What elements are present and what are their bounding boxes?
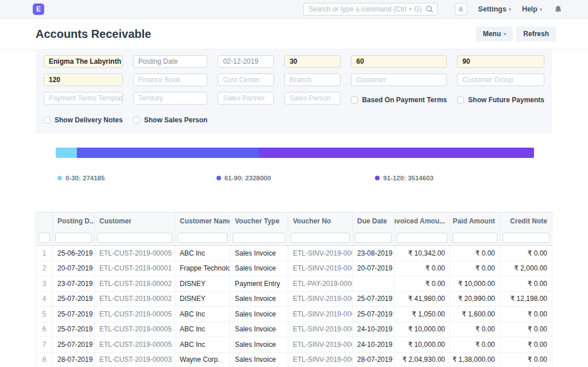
- table-row[interactable]: 828-07-2019ETL-CUST-2019-00003Wayne Corp…: [36, 353, 552, 367]
- table-row[interactable]: 425-07-2019ETL-CUST-2019-00002DISNEYSale…: [36, 292, 552, 307]
- show-future-payments-checkbox[interactable]: Show Future Payments: [457, 94, 544, 106]
- show-delivery-notes-checkbox[interactable]: Show Delivery Notes: [44, 114, 123, 126]
- branch-filter[interactable]: Branch: [284, 74, 341, 86]
- user-avatar[interactable]: A: [455, 3, 467, 16]
- legend-label: 0-30: 274185: [65, 175, 105, 181]
- row-index-column-filter[interactable]: [38, 233, 50, 243]
- cell-text: ETL-CUST-2019-00001: [99, 264, 172, 272]
- cell-posting-date: 25-07-2019: [53, 307, 95, 322]
- column-filter-cell-voucher-type: [230, 230, 288, 245]
- ageing-range-2-filter[interactable]: 60: [351, 55, 447, 68]
- ageing-range-4-filter[interactable]: 120: [44, 74, 123, 86]
- bar-segment-91-120[interactable]: [259, 148, 534, 158]
- column-header-customer-name[interactable]: Customer Name: [175, 213, 230, 230]
- settings-menu[interactable]: Settings ▾: [478, 5, 511, 13]
- filter-text: Sales Partner: [223, 94, 265, 102]
- table-row[interactable]: 625-07-2019ETL-CUST-2019-00005ABC IncSal…: [36, 322, 552, 338]
- cell-customer: ETL-CUST-2019-00005: [95, 246, 175, 261]
- cell-row-index: 3: [36, 276, 53, 291]
- bar-segment-61-90[interactable]: [77, 148, 259, 158]
- menu-button[interactable]: Menu ▾: [476, 26, 513, 41]
- cell-due-date: 24-10-2019: [353, 337, 394, 352]
- territory-filter[interactable]: Territory: [133, 92, 208, 105]
- checkbox-icon[interactable]: [44, 117, 51, 123]
- filter-text: 60: [356, 57, 363, 65]
- voucher-no-column-filter[interactable]: [291, 233, 350, 243]
- cell-text: Sales Invoice: [235, 249, 276, 257]
- cell-text: 25-07-2019: [57, 325, 92, 333]
- cell-text: ₹ 1,600.00: [462, 310, 495, 318]
- table-row[interactable]: 725-07-2019ETL-CUST-2019-00005ABC IncSal…: [36, 337, 552, 353]
- company-filter[interactable]: Enigma The Labyrinth: [44, 55, 123, 68]
- page-actions: Menu ▾ Refresh: [476, 26, 556, 41]
- cell-invoiced-amount: ₹ 10,342.00: [394, 246, 450, 261]
- cell-text: 25-07-2019: [357, 295, 392, 303]
- sales-partner-filter[interactable]: Sales Partner: [218, 92, 274, 105]
- cell-invoiced-amount: ₹ 0.00: [394, 261, 450, 276]
- cell-text: Sales Invoice: [235, 356, 276, 364]
- cell-customer-name: Wayne Corp.: [175, 353, 230, 367]
- bar-segment-0-30[interactable]: [56, 148, 77, 158]
- column-header-row-index[interactable]: [36, 213, 53, 230]
- customer-group-filter[interactable]: Customer Group: [457, 74, 544, 86]
- refresh-button[interactable]: Refresh: [516, 26, 556, 41]
- show-sales-person-checkbox[interactable]: Show Sales Person: [133, 114, 208, 126]
- customer-name-column-filter[interactable]: [177, 233, 227, 243]
- voucher-type-column-filter[interactable]: [233, 233, 285, 243]
- table-row[interactable]: 220-07-2019ETL-CUST-2019-00001Frappe Tec…: [36, 261, 552, 277]
- cell-customer: ETL-CUST-2019-00002: [95, 276, 175, 291]
- app-logo[interactable]: E: [33, 3, 44, 15]
- invoiced-amount-column-filter[interactable]: [397, 233, 447, 243]
- customer-column-filter[interactable]: [97, 233, 172, 243]
- cell-text: 23-07-2019: [57, 280, 92, 288]
- column-header-credit-note[interactable]: Credit Note: [500, 213, 552, 230]
- checkbox-icon[interactable]: [351, 96, 358, 103]
- notifications-bell-icon[interactable]: [554, 5, 562, 14]
- help-menu[interactable]: Help ▾: [522, 5, 542, 13]
- column-header-posting-date[interactable]: Posting D...: [53, 213, 95, 230]
- cell-customer-name: ABC Inc: [175, 337, 230, 352]
- filter-text: Customer Group: [462, 76, 513, 84]
- cell-due-date: 23-08-2019: [353, 246, 394, 261]
- column-header-invoiced-amount[interactable]: Invoiced Amou...: [394, 213, 450, 230]
- cell-customer: ETL-CUST-2019-00005: [95, 322, 175, 337]
- cost-center-filter[interactable]: Cost Center: [218, 74, 274, 86]
- finance-book-filter[interactable]: Finance Book: [133, 74, 208, 86]
- checkbox-icon[interactable]: [457, 96, 464, 103]
- cell-text: 25-06-2019: [57, 249, 92, 257]
- based-on-payment-terms-checkbox[interactable]: Based On Payment Terms: [351, 94, 447, 106]
- credit-note-column-filter[interactable]: [502, 233, 550, 243]
- search-input[interactable]: [303, 3, 438, 16]
- legend-item-61-90: 61-90: 2328000: [216, 175, 376, 181]
- due-date-column-filter[interactable]: [355, 233, 392, 243]
- table-row[interactable]: 525-07-2019ETL-CUST-2019-00005ABC IncSal…: [36, 307, 552, 322]
- menu-button-label: Menu: [483, 30, 501, 38]
- report-date-filter[interactable]: 02-12-2019: [218, 55, 274, 68]
- paid-amount-column-filter[interactable]: [452, 233, 497, 243]
- column-header-due-date[interactable]: Due Date: [353, 213, 394, 230]
- sales-person-filter[interactable]: Sales Person: [284, 92, 341, 105]
- global-search[interactable]: [303, 3, 438, 16]
- customer-filter[interactable]: Customer: [351, 74, 447, 86]
- ageing-range-1-filter[interactable]: 30: [284, 55, 341, 68]
- filter-text: Sales Person: [289, 94, 330, 102]
- cell-text: ₹ 0.00: [528, 325, 547, 333]
- cell-text: ₹ 1,050.00: [412, 310, 445, 318]
- cell-paid-amount: ₹ 0.00: [450, 246, 500, 261]
- cell-paid-amount: ₹ 20,990.00: [450, 292, 500, 307]
- table-row[interactable]: 323-07-2019ETL-CUST-2019-00002DISNEYPaym…: [36, 276, 552, 292]
- cell-text: 24-10-2019: [357, 325, 392, 333]
- column-header-voucher-no[interactable]: Voucher No: [288, 213, 353, 230]
- column-filter-cell-voucher-no: [288, 230, 353, 245]
- ageing-based-on-filter[interactable]: Posting Date: [133, 55, 208, 68]
- ageing-range-3-filter[interactable]: 90: [457, 55, 544, 68]
- column-header-paid-amount[interactable]: Paid Amount: [450, 213, 500, 230]
- checkbox-icon[interactable]: [133, 117, 140, 123]
- cell-text: ₹ 10,000.00: [408, 341, 445, 349]
- posting-date-column-filter[interactable]: [55, 233, 92, 243]
- cell-text: 28-07-2019: [357, 356, 392, 364]
- payment-terms-template-filter[interactable]: Payment Terms Template: [44, 92, 123, 105]
- table-row[interactable]: 125-06-2019ETL-CUST-2019-00005ABC IncSal…: [36, 246, 552, 261]
- column-header-customer[interactable]: Customer: [95, 213, 175, 230]
- column-header-voucher-type[interactable]: Voucher Type: [230, 213, 288, 230]
